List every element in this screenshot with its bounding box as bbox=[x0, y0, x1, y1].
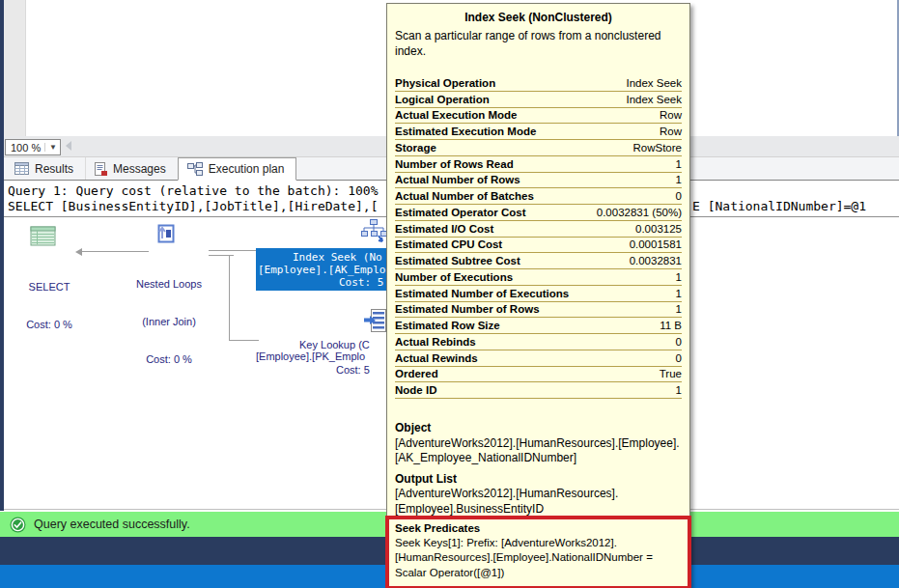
select-result-icon[interactable] bbox=[30, 226, 57, 247]
object-value-line2: [AK_Employee_NationalIDNumber] bbox=[395, 451, 682, 466]
ssms-window: 100 % ▼ Results Mess bbox=[0, 0, 899, 588]
seek-predicates-line3: Scalar Operator([@1]) bbox=[395, 566, 682, 580]
success-check-icon bbox=[10, 517, 26, 533]
select-node[interactable]: SELECT Cost: 0 % bbox=[7, 256, 92, 356]
connector-elbow-stub bbox=[209, 255, 234, 256]
property-row: Estimated Execution ModeRow bbox=[395, 124, 682, 140]
connector-key-lookup bbox=[229, 340, 259, 341]
property-row: Node ID1 bbox=[395, 382, 682, 399]
connector-index-seek bbox=[209, 250, 261, 251]
index-seek-icon[interactable] bbox=[361, 219, 387, 243]
tooltip-property-table: Physical OperationIndex Seek Logical Ope… bbox=[395, 75, 682, 399]
output-list-heading: Output List bbox=[395, 472, 682, 488]
connector-select bbox=[81, 251, 149, 252]
index-seek-node[interactable]: Index Seek (No [Employee].[AK_Emplo Cost… bbox=[256, 248, 391, 291]
property-row: Actual Rebinds0 bbox=[395, 334, 682, 350]
property-row: StorageRowStore bbox=[395, 140, 682, 156]
messages-icon bbox=[94, 162, 107, 176]
tab-messages[interactable]: Messages bbox=[85, 157, 178, 180]
output-list-line1: [AdventureWorks2012].[HumanResources]. bbox=[395, 487, 682, 502]
property-row: Estimated CPU Cost0.0001581 bbox=[395, 238, 682, 254]
object-heading: Object bbox=[395, 421, 682, 436]
tooltip-object-section: Object [AdventureWorks2012].[HumanResour… bbox=[395, 421, 682, 517]
query-statement-left: SELECT [BusinessEntityID],[JobTitle],[Hi… bbox=[8, 199, 379, 213]
query-statement-right: E [NationalIDNumber]=@1 bbox=[692, 199, 866, 213]
seek-predicates-line1: Seek Keys[1]: Prefix: [AdventureWorks201… bbox=[395, 536, 682, 550]
seek-predicates-heading: Seek Predicates bbox=[395, 521, 682, 536]
connector-elbow-vertical bbox=[229, 255, 230, 340]
property-row: Estimated I/O Cost0.003125 bbox=[395, 221, 682, 238]
seek-predicates-highlight-box: Seek Predicates Seek Keys[1]: Prefix: [A… bbox=[385, 516, 691, 588]
tab-results-label: Results bbox=[35, 162, 73, 176]
property-row: Estimated Subtree Cost0.0032831 bbox=[395, 253, 682, 269]
tab-execution-plan[interactable]: Execution plan bbox=[178, 157, 297, 181]
property-row: Actual Rewinds0 bbox=[395, 350, 682, 367]
object-value-line1: [AdventureWorks2012].[HumanResources].[E… bbox=[395, 436, 682, 452]
tooltip-title: Index Seek (NonClustered) bbox=[387, 11, 689, 24]
key-lookup-icon[interactable] bbox=[364, 309, 387, 333]
property-row: Logical OperationIndex Seek bbox=[395, 92, 682, 108]
zoom-dropdown[interactable]: 100 % ▼ bbox=[5, 139, 61, 155]
tab-messages-label: Messages bbox=[113, 162, 166, 176]
execution-plan-icon bbox=[186, 162, 203, 177]
tab-results[interactable]: Results bbox=[7, 157, 85, 180]
scroll-left-icon[interactable] bbox=[66, 141, 71, 151]
property-row: Number of Executions1 bbox=[395, 269, 682, 286]
editor-margin bbox=[4, 0, 26, 136]
property-row: Physical OperationIndex Seek bbox=[395, 75, 682, 92]
property-row: Actual Number of Rows1 bbox=[395, 173, 682, 189]
zoom-value: 100 % bbox=[11, 142, 41, 154]
key-lookup-node-line3[interactable]: Cost: 5 bbox=[336, 364, 370, 377]
property-row: Estimated Number of Executions1 bbox=[395, 286, 682, 302]
property-row: Estimated Number of Rows1 bbox=[395, 302, 682, 319]
operator-tooltip: Index Seek (NonClustered) Scan a particu… bbox=[386, 3, 690, 588]
key-lookup-node-line2[interactable]: [Employee].[PK_Emplo bbox=[256, 350, 365, 363]
property-row: Number of Rows Read1 bbox=[395, 156, 682, 173]
property-row: OrderedTrue bbox=[395, 367, 682, 383]
nested-loops-node[interactable]: Nested Loops (Inner Join) Cost: 0 % bbox=[123, 253, 215, 391]
tab-execution-plan-label: Execution plan bbox=[209, 162, 285, 176]
property-row: Actual Execution ModeRow bbox=[395, 108, 682, 125]
query-cost-line: Query 1: Query cost (relative to the bat… bbox=[8, 183, 379, 198]
tooltip-description: Scan a particular range of rows from a n… bbox=[395, 28, 680, 59]
nested-loops-icon[interactable] bbox=[155, 220, 176, 246]
results-grid-icon bbox=[14, 162, 29, 175]
seek-predicates-line2: [HumanResources].[Employee].NationalIDNu… bbox=[395, 550, 682, 565]
property-row: Estimated Operator Cost0.0032831 (50%) bbox=[395, 205, 682, 221]
output-list-line2: [Employee].BusinessEntityID bbox=[395, 502, 682, 518]
plan-arrowhead bbox=[75, 248, 82, 256]
status-message: Query executed successfully. bbox=[34, 518, 190, 531]
chevron-down-icon: ▼ bbox=[44, 143, 57, 152]
property-row: Actual Number of Batches0 bbox=[395, 188, 682, 205]
property-row: Estimated Row Size11 B bbox=[395, 318, 682, 334]
